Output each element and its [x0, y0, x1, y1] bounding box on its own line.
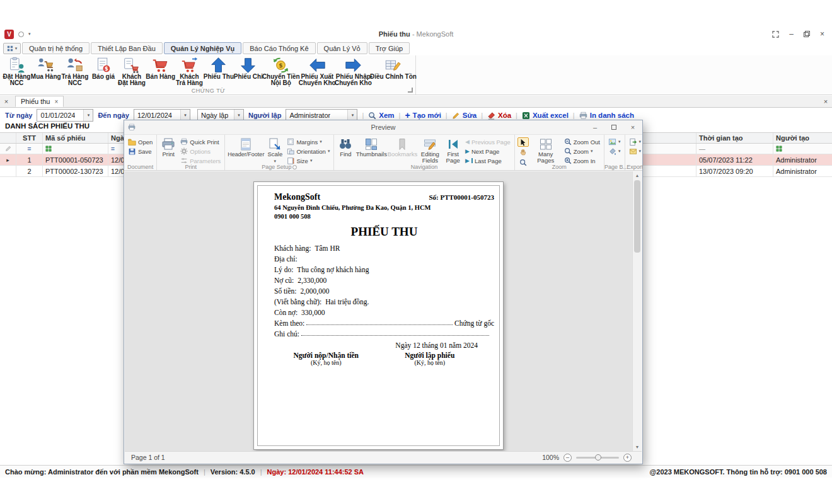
orientation-button[interactable]: Orientation▾ — [286, 147, 331, 156]
zoom-out-button[interactable]: – — [563, 454, 572, 462]
header-ma-so-phieu[interactable]: Mã số phiếu — [43, 133, 108, 143]
zoom-button[interactable]: Zoom▾ — [563, 147, 601, 156]
ribbon-item-phieu-nhap-chuyen-kho[interactable]: Phiếu NhậpChuyển Kho — [335, 55, 371, 87]
filter-nguoi-tao[interactable] — [773, 144, 832, 154]
tab-close-icon[interactable]: × — [54, 98, 58, 105]
preview-close-button[interactable]: × — [623, 121, 642, 134]
previous-page-button[interactable]: ◀Previous Page — [464, 137, 512, 146]
export-document-button[interactable]: ▾ — [628, 137, 643, 146]
row-indicator-icon: ▸ — [6, 157, 9, 163]
minimize-button[interactable]: – — [789, 30, 794, 38]
first-page-button[interactable]: First Page — [444, 136, 462, 164]
fullscreen-icon[interactable] — [772, 31, 779, 38]
header-thoi-gian-tao[interactable]: Thời gian tạo — [696, 133, 773, 143]
thumbnails-button[interactable]: Thumbnails — [356, 136, 386, 158]
in-danh-sach-button[interactable]: In danh sách — [579, 112, 634, 120]
header-stt[interactable]: STT — [16, 133, 43, 143]
preview-minimize-button[interactable]: – — [586, 121, 604, 134]
close-button[interactable]: × — [820, 30, 824, 38]
bookmarks-icon — [395, 137, 409, 151]
ribbon-item-khach-tra-hang[interactable]: KháchTrả Hàng — [175, 55, 204, 87]
print-button[interactable]: Print — [159, 136, 177, 158]
xuat-excel-button[interactable]: Xuất excel — [522, 112, 569, 120]
ribbon: Đặt HàngNCC Mua Hàng Trả HàngNCC Báo giá… — [0, 55, 832, 95]
preview-maximize-button[interactable] — [604, 121, 623, 134]
tab-quan-ly-vo[interactable]: Quản Lý Vỏ — [317, 42, 367, 54]
ribbon-item-chuyen-tien-noi-bo[interactable]: Chuyển TiềnNội Bộ — [263, 55, 299, 87]
restore-button[interactable] — [804, 31, 810, 37]
scroll-down-icon[interactable]: ▼ — [633, 445, 642, 449]
doc-line-kem-theo: Kèm theo:Chứng từ gốc — [274, 319, 494, 327]
tao-moi-button[interactable]: +Tạo mới — [405, 112, 441, 119]
editing-fields-button[interactable]: Editing Fields — [418, 136, 442, 164]
zoom-out-button[interactable]: Zoom Out — [563, 137, 601, 146]
doc-line-ghi-chu: Ghi chú: — [274, 330, 494, 338]
tab-thiet-lap-ban-dau[interactable]: Thiết Lập Ban Đầu — [91, 42, 163, 54]
tabstrip-close-all-icon[interactable]: × — [819, 98, 832, 105]
options-button[interactable]: Options — [179, 147, 222, 156]
ribbon-item-phieu-thu[interactable]: Phiếu Thu — [204, 55, 234, 81]
header-selector[interactable] — [0, 133, 16, 143]
page-setup-dialog-launcher-icon[interactable] — [292, 165, 297, 169]
preview-titlebar[interactable]: Preview – × — [124, 120, 642, 134]
many-pages-button[interactable]: Many Pages — [531, 136, 561, 164]
menu-grid-button[interactable]: ▾ — [3, 43, 21, 54]
ribbon-item-mua-hang[interactable]: Mua Hàng — [31, 55, 61, 81]
ribbon-item-dieu-chinh-ton[interactable]: Điều Chỉnh Tồn — [371, 55, 415, 81]
preview-statusbar: Page 1 of 1 100% – + — [125, 451, 642, 463]
tab-tro-giup[interactable]: Trợ Giúp — [369, 42, 410, 54]
send-email-button[interactable]: ▾ — [628, 147, 643, 156]
chevron-down-icon[interactable]: ▾ — [83, 110, 93, 121]
xem-button[interactable]: Xem — [368, 112, 394, 120]
folder-icon — [128, 138, 136, 146]
zoom-in-button[interactable]: + — [623, 454, 632, 462]
page-color-button[interactable]: ▾ — [607, 147, 622, 156]
next-page-button[interactable]: ▶Next Page — [464, 147, 512, 156]
open-button[interactable]: Open — [127, 137, 154, 146]
zoom-slider[interactable] — [576, 457, 619, 459]
watermark-button[interactable]: ▾ — [607, 137, 622, 146]
save-button[interactable]: Save — [127, 147, 154, 156]
scrollbar-thumb[interactable] — [634, 180, 640, 253]
zoom-icon — [564, 147, 572, 155]
ribbon-item-bao-gia[interactable]: Báo giá — [89, 55, 117, 81]
scroll-up-icon[interactable]: ▲ — [633, 173, 642, 178]
header-footer-button[interactable]: Header/Footer — [228, 136, 264, 158]
scale-button[interactable]: Scale ▾ — [266, 136, 284, 164]
mouse-pointer-button[interactable] — [517, 137, 529, 147]
find-button[interactable]: Find — [337, 136, 354, 158]
tabstrip-close-icon[interactable]: × — [0, 98, 13, 105]
ribbon-item-tra-hang-ncc[interactable]: Trả HàngNCC — [61, 55, 89, 87]
preview-scrollbar[interactable]: ▲ ▼ — [632, 171, 642, 451]
window-titlebar[interactable]: V ▾ Phiếu thu - MekongSoft – × — [0, 26, 832, 42]
tu-ngay-input[interactable]: 01/01/2024▾ — [37, 109, 93, 122]
header-nguoi-tao[interactable]: Người tạo — [773, 133, 832, 143]
ribbon-item-phieu-xuat-chuyen-kho[interactable]: Phiếu XuấtChuyển Kho — [299, 55, 335, 87]
tab-bao-cao-thong-ke[interactable]: Báo Cáo Thống Kê — [243, 42, 315, 54]
tab-quan-tri-he-thong[interactable]: Quản trị hệ thống — [22, 42, 90, 54]
filter-ma-so-phieu[interactable] — [43, 144, 108, 154]
tab-quan-ly-nghiep-vu[interactable]: Quản Lý Nghiệp Vụ — [164, 42, 241, 54]
filter-thoi-gian-tao[interactable]: — — [696, 144, 773, 154]
tab-phieu-thu-document[interactable]: Phiếu thu × — [15, 96, 64, 107]
ribbon-item-ban-hang[interactable]: Bán Hàng — [146, 55, 175, 81]
phieu-xuat-chuyen-kho-icon — [308, 56, 326, 74]
doc-address: 64 Nguyễn Đình Chiểu, Phường Đa Kao, Quậ… — [274, 204, 494, 211]
quick-print-button[interactable]: Quick Print — [179, 137, 222, 146]
quick-access-dropdown-icon[interactable]: ▾ — [28, 32, 31, 37]
ribbon-item-dat-hang-ncc[interactable]: Đặt HàngNCC — [3, 55, 31, 87]
xoa-button[interactable]: Xóa — [487, 112, 511, 120]
zoom-slider-thumb[interactable] — [595, 454, 601, 461]
ribbon-item-phieu-chi[interactable]: Phiếu Chi — [234, 55, 263, 81]
many-pages-icon — [539, 137, 553, 151]
margins-button[interactable]: Margins▾ — [286, 137, 331, 146]
hand-tool-button[interactable] — [517, 147, 529, 157]
gear-icon — [180, 147, 188, 155]
ribbon-item-khach-dat-hang[interactable]: KháchĐặt Hàng — [117, 55, 146, 87]
ribbon-group-expander-icon[interactable] — [408, 88, 413, 93]
preview-canvas[interactable]: MekongSoft Số: PTT00001-050723 64 Nguyễn… — [125, 171, 642, 451]
sua-button[interactable]: Sửa — [452, 112, 477, 120]
bookmarks-button[interactable]: Bookmarks — [388, 136, 416, 158]
quick-access-icon[interactable] — [18, 32, 24, 37]
filter-stt[interactable]: = — [16, 144, 43, 154]
